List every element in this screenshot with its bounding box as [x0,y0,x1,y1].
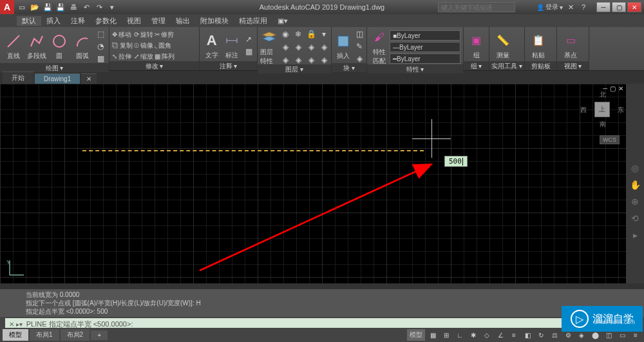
zoom-extents-icon[interactable]: ⊕ [628,195,642,209]
arc-button[interactable]: 圆弧 [71,32,93,61]
status-model-button[interactable]: 模型 [407,329,425,341]
panel-utilities-label[interactable]: 实用工具 ▾ [489,61,524,70]
osnap-toggle-icon[interactable]: ◇ [481,329,493,341]
snap-toggle-icon[interactable]: ⊞ [440,329,452,341]
lay-i7[interactable]: ◈ [305,41,317,53]
copy-button[interactable]: ⿻ 复制 [112,41,133,50]
match-props-button[interactable]: 🖌 特性 匹配 [370,28,388,66]
color-combo[interactable]: ■ ByLayer [390,30,460,41]
tab-annotate[interactable]: 注释 [66,16,90,26]
lay-i2[interactable]: ❄ [292,28,304,40]
layout2-tab[interactable]: 布局2 [61,329,90,341]
tab-featured[interactable]: 精选应用 [234,16,272,26]
base-button[interactable]: ▭ 基点 [560,32,582,60]
lineweight-combo[interactable]: ━ ByLayer [390,53,460,64]
lay-i3[interactable]: 🔒 [305,28,317,40]
viewcube-north[interactable]: 北 [600,90,606,99]
orbit-icon[interactable]: ⟲ [628,211,642,225]
tab-output[interactable]: 输出 [171,16,195,26]
text-button[interactable]: A 文字 [202,32,222,60]
redo-icon[interactable]: ↷ [94,2,104,12]
tab-drawing1[interactable]: Drawing1 [35,73,80,84]
leader-button[interactable]: ↗ [243,33,254,45]
trim-button[interactable]: ✂ 修剪 [155,30,175,39]
tab-default[interactable]: 默认 [17,16,41,26]
move-button[interactable]: ✥ 移动 [112,30,133,39]
stretch-button[interactable]: ⤡ 拉伸 [112,52,133,61]
viewcube-west[interactable]: 西 [580,106,587,115]
panel-annotation-label[interactable]: 注释 ▾ [200,61,257,70]
minimize-button[interactable]: ─ [596,2,611,12]
close-button[interactable]: ✕ [627,2,641,12]
pan-icon[interactable]: ✋ [628,178,642,192]
help-icon[interactable]: ? [578,2,589,12]
tab-expand-button[interactable]: ▣▾ [272,17,293,25]
draw-misc-1[interactable]: ⬚ [95,28,106,40]
new-tab-button[interactable]: ✕ [81,73,97,84]
tab-start[interactable]: 开始 [3,71,33,84]
scale-button[interactable]: ⤢ 缩放 [134,52,153,61]
ortho-toggle-icon[interactable]: ∟ [454,329,466,341]
lay-i4[interactable]: ▾ [318,28,330,40]
tab-parametric[interactable]: 参数化 [90,16,122,26]
polyline-button[interactable]: 多段线 [26,32,48,61]
block-edit[interactable]: ✎ [354,41,365,52]
insert-button[interactable]: 插入 [334,32,352,61]
app-logo[interactable]: A [0,0,14,14]
exchange-icon[interactable]: ✕ [565,2,576,12]
layer-props-button[interactable]: 图层特性 [260,28,278,66]
lay-i1[interactable]: ◉ [279,28,291,40]
viewcube-east[interactable]: 东 [618,106,624,115]
group-button[interactable]: ▣ 组 [466,32,486,60]
viewcube[interactable]: 北 西 东 南 上 [583,90,621,129]
viewcube-south[interactable]: 南 [600,120,606,129]
dimension-button[interactable]: 标注 [223,32,242,60]
layout1-tab[interactable]: 布局1 [30,329,59,341]
linetype-combo[interactable]: — ByLayer [390,42,460,52]
tab-manage[interactable]: 管理 [146,16,171,26]
lay-i6[interactable]: ◈ [292,41,304,53]
search-input[interactable] [438,2,515,12]
ucs-icon[interactable]: Y [6,259,26,278]
dynamic-input-tooltip[interactable]: 500 [444,156,468,167]
paste-button[interactable]: 📋 粘贴 [527,32,549,60]
block-create[interactable]: ◫ [354,28,365,40]
lay-i8[interactable]: ◈ [318,41,330,53]
cmd-handle-icon[interactable]: ✕ ▸▾ [5,321,26,328]
annoscale-icon[interactable]: ⚖ [549,329,560,341]
wcs-badge[interactable]: WCS [600,135,620,144]
panel-layers-label[interactable]: 图层 ▾ [258,64,331,73]
polar-toggle-icon[interactable]: ✱ [468,329,479,341]
measure-button[interactable]: 📏 测量 [492,32,514,60]
panel-properties-label[interactable]: 特性 ▾ [367,64,463,73]
saveas-icon[interactable]: 💾 [55,2,66,12]
table-button[interactable]: ▦ [243,46,254,57]
transparency-toggle-icon[interactable]: ◧ [522,329,533,341]
circle-button[interactable]: 圆 [49,32,71,61]
draw-misc-2[interactable]: ◔ [95,41,106,52]
panel-block-label[interactable]: 块 ▾ [332,63,366,72]
panel-view-label[interactable]: 视图 ▾ [557,61,589,70]
qat-dropdown-icon[interactable]: ▾ [107,2,117,12]
panel-group-label[interactable]: 组 ▾ [464,61,489,70]
drawing-canvas[interactable]: ─ ▢ ✕ 500 Y [0,84,626,283]
plot-icon[interactable]: 🖶 [68,2,79,12]
grid-toggle-icon[interactable]: ▦ [427,329,439,341]
otrack-toggle-icon[interactable]: ∠ [495,329,506,341]
steering-wheel-icon[interactable]: ◎ [628,161,642,175]
undo-icon[interactable]: ↶ [81,2,91,12]
model-tab[interactable]: 模型 [3,329,28,341]
showmotion-icon[interactable]: ▸ [628,228,642,242]
tab-addons[interactable]: 附加模块 [195,16,234,26]
panel-modify-label[interactable]: 修改 ▾ [109,61,199,70]
login-button[interactable]: 👤 登录 ▾ [536,3,563,12]
rotate-button[interactable]: ⟳ 旋转 [134,30,153,39]
lineweight-toggle-icon[interactable]: ≡ [508,329,520,341]
tab-insert[interactable]: 插入 [41,16,66,26]
cycling-toggle-icon[interactable]: ↻ [535,329,547,341]
viewcube-top-face[interactable]: 上 [594,102,610,117]
lay-i5[interactable]: ◈ [279,41,291,53]
panel-draw-label[interactable]: 绘图 ▾ [0,63,109,72]
fillet-button[interactable]: ◟ 圆角 [155,41,175,50]
line-button[interactable]: 直线 [3,32,24,61]
